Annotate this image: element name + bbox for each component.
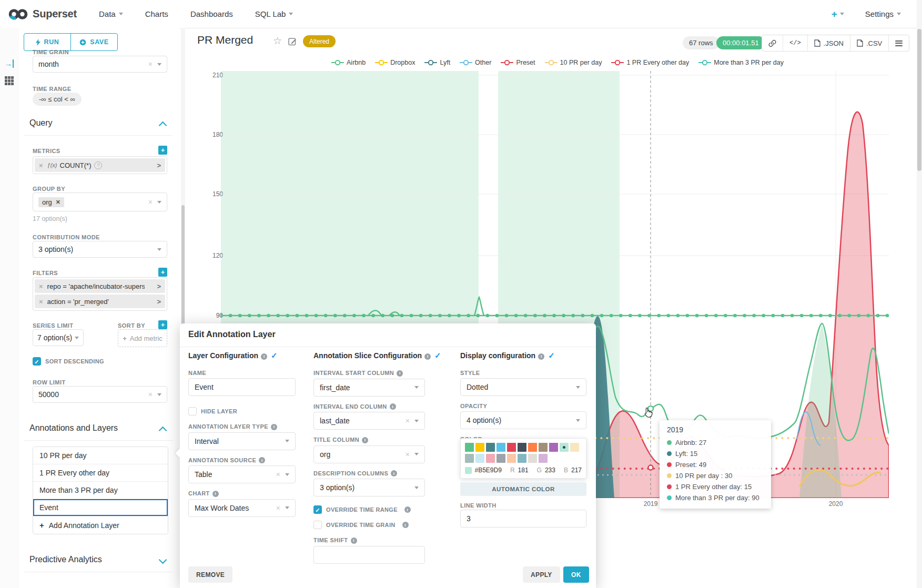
color-swatch[interactable] — [507, 454, 516, 463]
color-swatch[interactable] — [497, 443, 505, 452]
color-swatch[interactable] — [549, 443, 558, 452]
export-json-button[interactable]: .JSON — [808, 35, 850, 51]
new-item-button[interactable]: + — [832, 8, 844, 20]
group-by-select[interactable]: org✕ × — [33, 192, 167, 211]
color-swatch[interactable] — [518, 454, 526, 463]
clear-x-icon[interactable]: × — [406, 417, 410, 425]
legend-item[interactable]: More than 3 PR per day — [698, 59, 784, 66]
settings-menu[interactable]: Settings — [865, 9, 901, 18]
color-swatch[interactable] — [475, 454, 484, 463]
apply-button[interactable]: APPLY — [523, 566, 560, 583]
chevron-up-icon[interactable] — [159, 121, 167, 130]
info-icon[interactable]: i — [351, 538, 357, 544]
annotation-layer-type-select[interactable]: Interval — [188, 432, 296, 450]
caret-down-icon[interactable] — [414, 386, 419, 389]
filter-pill[interactable]: × action = 'pr_merged' > — [35, 295, 165, 308]
info-icon[interactable]: i — [261, 353, 267, 360]
clear-x-icon[interactable]: × — [148, 390, 153, 399]
series-limit-select[interactable]: 7 option(s) — [33, 329, 84, 346]
color-swatch[interactable] — [539, 454, 548, 463]
remove-filter-icon[interactable]: × — [35, 298, 47, 306]
time-grain-select[interactable]: month × — [33, 56, 167, 73]
info-icon[interactable]: i — [362, 437, 368, 443]
clear-x-icon[interactable]: × — [276, 504, 280, 512]
edit-icon[interactable] — [288, 37, 297, 46]
chevron-up-icon[interactable] — [159, 427, 167, 435]
caret-down-icon[interactable] — [285, 440, 289, 442]
annotation-layer-item-selected[interactable]: Event — [33, 499, 168, 516]
color-swatch[interactable] — [465, 443, 474, 452]
add-annotation-layer-button[interactable]: + Add Annotation Layer — [33, 516, 168, 534]
metric-pill[interactable]: × ƒ(x) COUNT(*) ? > — [35, 158, 165, 172]
caret-down-icon[interactable] — [576, 386, 580, 389]
question-circle-icon[interactable]: ? — [94, 161, 102, 169]
info-icon[interactable]: i — [538, 353, 544, 360]
caret-down-icon[interactable] — [414, 486, 419, 489]
color-swatch[interactable] — [528, 454, 537, 463]
legend-item[interactable]: 1 PR Every other day — [611, 59, 689, 66]
contribution-mode-select[interactable]: 3 option(s) — [33, 241, 167, 258]
automatic-color-button[interactable]: AUTOMATIC COLOR — [460, 482, 586, 496]
sort-by-add-metric[interactable]: +Add metric — [118, 329, 167, 347]
add-sort-metric-plus-button[interactable]: + — [158, 320, 167, 329]
star-icon[interactable]: ☆ — [273, 35, 282, 47]
title-column-select[interactable]: org× — [313, 445, 425, 463]
color-swatch[interactable] — [570, 443, 579, 452]
remove-metric-icon[interactable]: × — [35, 161, 47, 169]
caret-down-icon[interactable] — [157, 63, 161, 66]
nav-item-data[interactable]: Data — [99, 9, 123, 18]
description-columns-select[interactable]: 3 option(s) — [313, 479, 425, 496]
color-swatch[interactable] — [528, 443, 537, 452]
export-csv-button[interactable]: .CSV — [850, 35, 889, 51]
caret-down-icon[interactable] — [157, 201, 161, 204]
nav-item-dashboards[interactable]: Dashboards — [190, 9, 233, 18]
expand-filter-icon[interactable]: > — [153, 298, 165, 306]
legend-item[interactable]: Airbnb — [331, 59, 366, 66]
info-icon[interactable]: i — [397, 370, 403, 377]
info-icon[interactable]: i — [402, 522, 409, 528]
name-input[interactable]: Event — [188, 378, 296, 396]
caret-down-icon[interactable] — [414, 420, 419, 422]
info-icon[interactable]: i — [271, 424, 277, 430]
info-icon[interactable]: i — [391, 470, 397, 477]
caret-down-icon[interactable] — [157, 248, 161, 251]
view-query-button[interactable]: </> — [783, 35, 808, 51]
color-swatch-selected[interactable] — [560, 443, 569, 452]
info-icon[interactable]: i — [404, 506, 411, 513]
save-button[interactable]: SAVE — [71, 34, 117, 50]
legend-item[interactable]: 10 PR per day — [545, 59, 602, 66]
group-by-tag-org[interactable]: org✕ — [38, 197, 64, 207]
page-scrollbar-thumb[interactable] — [917, 29, 921, 171]
clear-x-icon[interactable]: × — [406, 450, 410, 459]
color-swatch[interactable] — [497, 454, 505, 463]
color-swatch[interactable] — [465, 454, 474, 463]
color-swatch[interactable] — [486, 454, 495, 463]
ok-button[interactable]: OK — [563, 566, 589, 583]
altered-badge[interactable]: Altered — [303, 35, 336, 47]
nav-item-sqllab[interactable]: SQL Lab — [255, 9, 293, 18]
annotation-layer-item[interactable]: More than 3 PR per day — [33, 482, 168, 499]
caret-down-icon[interactable] — [285, 473, 289, 476]
info-icon[interactable]: i — [424, 353, 431, 360]
color-swatch[interactable] — [475, 443, 484, 452]
annotation-source-select[interactable]: Table× — [188, 465, 296, 483]
row-limit-select[interactable]: 50000 × — [33, 386, 167, 403]
clear-x-icon[interactable]: × — [148, 60, 153, 68]
color-swatch[interactable] — [507, 443, 516, 452]
line-width-input[interactable]: 3 — [460, 510, 586, 528]
legend-item[interactable]: Dropbox — [375, 59, 415, 66]
expand-filter-icon[interactable]: > — [153, 282, 165, 290]
info-icon[interactable]: i — [212, 491, 219, 497]
clear-x-icon[interactable]: × — [276, 470, 280, 479]
caret-down-icon[interactable] — [157, 393, 161, 396]
override-time-grain-checkbox[interactable] — [313, 521, 322, 529]
legend-item[interactable]: Other — [460, 59, 491, 66]
override-time-range-checkbox[interactable]: ✓ — [313, 505, 322, 514]
info-icon[interactable]: i — [259, 457, 265, 463]
annotation-layer-item[interactable]: 10 PR per day — [33, 447, 168, 464]
remove-filter-icon[interactable]: × — [35, 282, 47, 290]
caret-down-icon[interactable] — [75, 337, 79, 339]
chevron-down-icon[interactable] — [159, 556, 167, 564]
legend-item[interactable]: Lyft — [424, 59, 450, 66]
time-shift-input[interactable] — [313, 546, 425, 564]
